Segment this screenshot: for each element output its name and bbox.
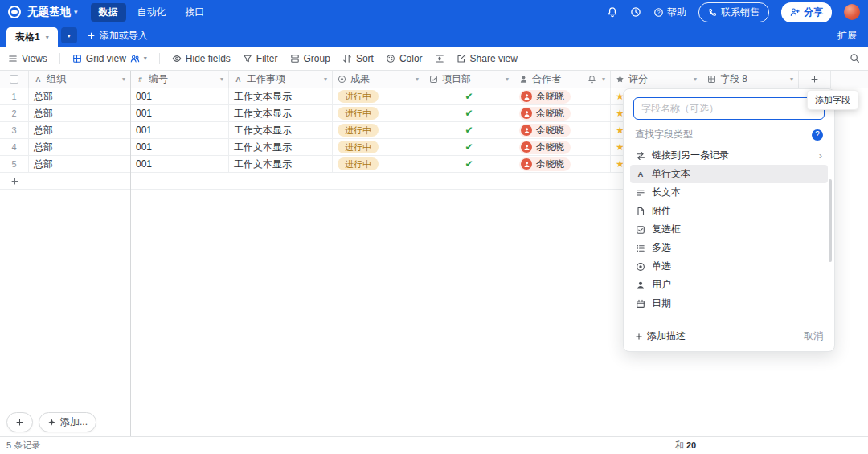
cell-org[interactable]: 总部 xyxy=(29,139,131,156)
share-view-button[interactable]: Share view xyxy=(457,53,518,64)
field-type-option[interactable]: 复选框 xyxy=(630,220,828,239)
cell-code[interactable]: 001 xyxy=(131,156,229,173)
cell-collaborator[interactable]: 余晓晓 xyxy=(514,105,611,122)
column-chevron-icon[interactable]: ▾ xyxy=(790,76,793,83)
group-button[interactable]: Group xyxy=(290,53,330,64)
views-label: Views xyxy=(22,53,47,64)
column-header-code[interactable]: # 编号 ▾ xyxy=(131,71,229,88)
cell-task[interactable]: 工作文本显示 xyxy=(229,88,333,105)
column-header-rating[interactable]: 评分 ▾ xyxy=(611,71,702,88)
field-type-option[interactable]: A 单行文本 xyxy=(630,165,828,183)
cell-task[interactable]: 工作文本显示 xyxy=(229,105,333,122)
cell-org[interactable]: 总部 xyxy=(29,105,131,122)
collaborator-avatar xyxy=(521,158,532,170)
cell-project-checkbox[interactable]: ✔ xyxy=(424,139,514,156)
extension-button[interactable]: 扩展 xyxy=(837,29,868,43)
cell-status[interactable]: 进行中 xyxy=(333,88,424,105)
cell-project-checkbox[interactable]: ✔ xyxy=(424,105,514,122)
cell-collaborator[interactable]: 余晓晓 xyxy=(514,139,611,156)
field-name-input[interactable] xyxy=(633,97,825,120)
help-circle-icon[interactable]: ? xyxy=(812,129,823,141)
field-type-option[interactable]: 用户 xyxy=(630,276,828,294)
tab-chevron-icon[interactable]: ▾ xyxy=(46,34,49,41)
cell-project-checkbox[interactable]: ✔ xyxy=(424,122,514,139)
column-chevron-icon[interactable]: ▾ xyxy=(506,76,509,83)
cell-task[interactable]: 工作文本显示 xyxy=(229,122,333,139)
share-button[interactable]: 分享 xyxy=(781,2,832,22)
cell-task[interactable]: 工作文本显示 xyxy=(229,139,333,156)
field-type-option[interactable]: 多选 xyxy=(630,239,828,257)
user-avatar[interactable] xyxy=(844,4,860,20)
field-type-option[interactable]: 单选 xyxy=(630,257,828,276)
app-title[interactable]: 无题基地 xyxy=(27,5,71,19)
column-header-collaborator[interactable]: 合作者 ▾ xyxy=(514,71,611,88)
filter-button[interactable]: Filter xyxy=(243,53,278,64)
column-chevron-icon[interactable]: ▾ xyxy=(122,76,125,83)
add-more-button[interactable]: 添加... xyxy=(39,412,96,432)
cell-status[interactable]: 进行中 xyxy=(333,139,424,156)
cell-task[interactable]: 工作文本显示 xyxy=(229,156,333,173)
popup-scrollbar[interactable] xyxy=(829,179,832,262)
cell-collaborator[interactable]: 余晓晓 xyxy=(514,156,611,173)
hide-fields-button[interactable]: Hide fields xyxy=(172,53,231,64)
column-chevron-icon[interactable]: ▾ xyxy=(694,76,697,83)
column-header-project[interactable]: 项目部 ▾ xyxy=(424,71,514,88)
column-chevron-icon[interactable]: ▾ xyxy=(220,76,223,83)
bell-icon[interactable] xyxy=(588,75,596,84)
field-type-option[interactable]: 长文本 xyxy=(630,183,828,202)
column-header-org[interactable]: A 组织 ▾ xyxy=(29,71,131,88)
cell-project-checkbox[interactable]: ✔ xyxy=(424,156,514,173)
topbar-nav-item[interactable]: 数据 xyxy=(91,3,126,22)
grid-view-button[interactable]: Grid view ▾ xyxy=(72,53,147,64)
cell-code[interactable]: 001 xyxy=(131,105,229,122)
column-chevron-icon[interactable]: ▾ xyxy=(416,76,419,83)
add-record-button[interactable] xyxy=(6,412,33,432)
row-height-button[interactable] xyxy=(435,54,444,63)
table-tabs-bar: 表格1 ▾ ▾ 添加或导入 扩展 xyxy=(0,24,868,47)
cell-status[interactable]: 进行中 xyxy=(333,156,424,173)
app-title-chevron-icon[interactable]: ▾ xyxy=(74,8,78,16)
help-button[interactable]: ? 帮助 xyxy=(653,6,686,19)
cell-collaborator[interactable]: 余晓晓 xyxy=(514,122,611,139)
cell-org[interactable]: 总部 xyxy=(29,88,131,105)
frozen-column-divider[interactable] xyxy=(130,71,131,436)
field-type-option[interactable]: 日期 xyxy=(630,294,828,313)
topbar-nav-item[interactable]: 接口 xyxy=(178,3,213,22)
rating-summary[interactable]: 和20 xyxy=(675,440,696,452)
cell-code[interactable]: 001 xyxy=(131,122,229,139)
views-button[interactable]: Views xyxy=(8,53,47,64)
history-icon[interactable] xyxy=(630,6,641,18)
column-header-task[interactable]: A 工作事项 ▾ xyxy=(229,71,333,88)
cell-code[interactable]: 001 xyxy=(131,88,229,105)
search-icon[interactable] xyxy=(850,53,860,63)
add-description-button[interactable]: 添加描述 xyxy=(635,329,686,343)
topbar-nav-item[interactable]: 自动化 xyxy=(129,3,174,22)
cell-code[interactable]: 001 xyxy=(131,139,229,156)
column-chevron-icon[interactable]: ▾ xyxy=(324,76,327,83)
cell-collaborator[interactable]: 余晓晓 xyxy=(514,88,611,105)
field-type-option[interactable]: 链接到另一条记录 › xyxy=(630,146,828,165)
find-field-type-row[interactable]: 查找字段类型 ? xyxy=(624,123,834,145)
cell-status[interactable]: 进行中 xyxy=(333,105,424,122)
notifications-icon[interactable] xyxy=(607,6,618,18)
collaborator-name: 余晓晓 xyxy=(536,91,564,103)
cell-org[interactable]: 总部 xyxy=(29,156,131,173)
tab-table1[interactable]: 表格1 ▾ xyxy=(6,27,58,47)
table-list-dropdown[interactable]: ▾ xyxy=(61,27,77,43)
column-header-field8[interactable]: 字段 8 ▾ xyxy=(702,71,799,88)
cell-org[interactable]: 总部 xyxy=(29,122,131,139)
cell-project-checkbox[interactable]: ✔ xyxy=(424,88,514,105)
color-button[interactable]: Color xyxy=(386,53,423,64)
cell-status[interactable]: 进行中 xyxy=(333,122,424,139)
contact-sales-button[interactable]: 联系销售 xyxy=(698,2,769,22)
column-label: 字段 8 xyxy=(720,72,747,86)
column-header-status[interactable]: 成果 ▾ xyxy=(333,71,424,88)
app-logo[interactable] xyxy=(8,6,21,18)
add-or-import-button[interactable]: 添加或导入 xyxy=(87,29,148,43)
cancel-button[interactable]: 取消 xyxy=(804,329,823,343)
column-chevron-icon[interactable]: ▾ xyxy=(602,76,605,83)
field-type-option[interactable]: 附件 xyxy=(630,202,828,220)
add-field-button[interactable] xyxy=(799,71,831,88)
sort-button[interactable]: Sort xyxy=(342,53,374,64)
select-all-checkbox[interactable] xyxy=(10,75,18,84)
